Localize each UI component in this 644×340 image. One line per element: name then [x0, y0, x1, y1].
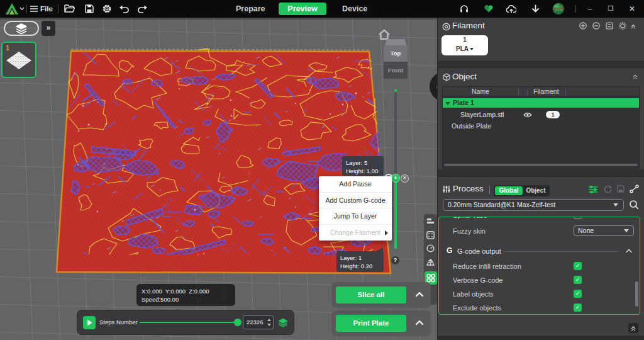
title-bar: File Prepare Preview Device	[0, 0, 644, 18]
gcode-output-group-header[interactable]: G G-code output	[439, 244, 640, 258]
object-collapse-icon[interactable]	[632, 74, 638, 80]
view-cube-front-button[interactable]: Front	[384, 62, 408, 79]
object-row-plate[interactable]: Plate 1	[443, 98, 639, 108]
layer-tooltip-top: Layer: 5Height: 1.00	[342, 156, 384, 176]
filament-header-icons[interactable]	[579, 22, 636, 30]
projector-tool-icon[interactable]	[426, 258, 435, 266]
object-table: Name Filament Plate 1 SlayerLamp.stl 1	[442, 86, 640, 169]
position-tooltip: X:0.000 Y:0.000 Z:0.000 Speed:500.00	[136, 284, 235, 306]
menu-item-add-pause[interactable]: Add Pause	[319, 176, 392, 193]
exclude-objects-checkbox[interactable]: ✓	[574, 303, 582, 312]
steps-slider-track[interactable]	[140, 322, 238, 323]
file-menu[interactable]: File	[40, 0, 53, 18]
column-header-name[interactable]: Name	[443, 87, 518, 96]
spiral-vase-checkbox[interactable]	[574, 217, 582, 219]
object-row-model[interactable]: SlayerLamp.stl 1	[443, 110, 639, 119]
settings-vscrollbar[interactable]	[635, 281, 638, 307]
hamburger-menu-icon[interactable]	[30, 6, 38, 12]
setting-row-verbose-gcode[interactable]: Verbose G-code ✓	[439, 273, 640, 287]
visibility-eye-icon[interactable]	[523, 112, 532, 118]
setting-row-reduce-infill[interactable]: Reduce infill retraction ✓	[439, 259, 640, 273]
layer-view-pill-button[interactable]	[4, 21, 39, 36]
3d-viewport[interactable]: » 1 Top Front ›	[0, 18, 437, 340]
filament-slot-card[interactable]: 1 PLA	[441, 35, 488, 55]
slice-options-chevron[interactable]	[415, 290, 424, 300]
filament-layers-icon[interactable]	[278, 318, 288, 327]
menu-item-add-custom-gcode[interactable]: Add Custom G-code	[319, 193, 392, 209]
steps-value-text: 22326	[247, 316, 263, 329]
cloud-upload-icon[interactable]	[506, 4, 516, 13]
remove-marker-button[interactable]: ✕	[401, 174, 409, 183]
process-preset-dropdown[interactable]: 0.20mm Standard@K1 Max-Zelf-test	[443, 199, 624, 211]
tab-prepare[interactable]: Prepare	[236, 0, 265, 18]
layer-tooltip-bottom: Layer: 1Height: 0.20	[336, 251, 384, 272]
model-filament-badge[interactable]: 1	[546, 111, 560, 118]
logo-dropdown-caret-icon[interactable]	[19, 7, 25, 11]
setting-row-exclude-objects[interactable]: Exclude objects ✓	[439, 301, 640, 315]
toggle-global-active[interactable]: Global	[495, 186, 523, 195]
redo-icon[interactable]	[138, 5, 147, 13]
spinner-up-icon[interactable]	[267, 319, 271, 321]
setting-row-label-objects[interactable]: Label objects ✓	[439, 287, 640, 301]
object-section-title: Object	[452, 72, 477, 81]
layer-context-menu: Add Pause Add Custom G-code Jump To Laye…	[319, 176, 392, 241]
layer-list-tool-icon[interactable]	[426, 218, 435, 226]
setting-row-spiral-vase[interactable]: Spiral vase	[439, 217, 640, 222]
play-button[interactable]	[83, 316, 96, 329]
view-cube-top-button[interactable]: Top	[384, 45, 408, 62]
undo-icon[interactable]	[119, 5, 129, 13]
health-heart-icon[interactable]	[484, 4, 493, 13]
tune-settings-icon[interactable]	[589, 186, 597, 193]
steps-value-input[interactable]: 22326	[243, 315, 274, 329]
steps-slider-handle[interactable]	[234, 319, 242, 326]
sidebar-expand-button[interactable]	[628, 323, 638, 333]
window-minimize-button[interactable]: –	[584, 0, 596, 18]
advanced-wrench-icon[interactable]	[630, 184, 639, 193]
column-header-filament[interactable]: Filament	[527, 87, 565, 96]
plate-thumbnail[interactable]: 1	[1, 42, 36, 78]
verbose-gcode-checkbox[interactable]: ✓	[574, 276, 582, 284]
label-objects-checkbox[interactable]: ✓	[574, 290, 582, 298]
download-icon[interactable]	[531, 4, 540, 13]
search-settings-icon[interactable]	[629, 200, 639, 210]
layer-slider-range[interactable]	[394, 178, 397, 249]
print-plate-button[interactable]: Print Plate	[336, 315, 406, 332]
save-preset-icon[interactable]	[617, 185, 625, 193]
speed-gauge-tool-icon[interactable]	[426, 244, 435, 252]
slice-all-button[interactable]: Slice all	[336, 286, 406, 303]
fuzzy-skin-dropdown[interactable]: None	[574, 225, 634, 236]
reduce-infill-checkbox[interactable]: ✓	[574, 262, 582, 270]
exclude-objects-label: Exclude objects	[453, 301, 501, 315]
help-button[interactable]: ?	[391, 256, 399, 264]
gcode-group-label: G-code output	[457, 244, 501, 258]
expand-plate-list-button[interactable]: »	[42, 21, 55, 36]
toggle-object[interactable]: Object	[523, 185, 549, 196]
open-file-icon[interactable]	[64, 4, 75, 13]
settings-gear-icon[interactable]	[102, 4, 112, 14]
group-collapse-chevron-icon[interactable]	[625, 249, 633, 254]
toolbar-divider	[58, 4, 58, 13]
print-options-chevron[interactable]	[415, 318, 424, 328]
tab-preview-active[interactable]: Preview	[279, 3, 326, 15]
add-pause-handle-button[interactable]: +	[391, 174, 400, 183]
tab-device[interactable]: Device	[342, 0, 367, 18]
user-avatar[interactable]	[552, 3, 565, 15]
app-logo[interactable]	[6, 3, 18, 14]
reset-icon[interactable]	[604, 185, 612, 193]
window-controls-divider	[575, 5, 575, 13]
menu-item-jump-to-layer[interactable]: Jump To Layer	[319, 208, 392, 225]
grid-tool-icon[interactable]	[426, 231, 435, 239]
row-expand-caret-icon[interactable]	[445, 101, 450, 105]
layer-slider-top-cap	[394, 89, 397, 92]
setting-row-fuzzy-skin[interactable]: Fuzzy skin None	[439, 224, 640, 238]
spinner-down-icon[interactable]	[267, 324, 271, 326]
support-headset-icon[interactable]	[460, 4, 469, 13]
home-view-icon[interactable]	[378, 29, 391, 40]
window-restore-button[interactable]: ❐	[604, 0, 617, 18]
menu-item-change-filament[interactable]: Change Filament	[319, 225, 392, 241]
steps-slider-label: Steps Number	[99, 310, 138, 334]
object-table-hscrollbar[interactable]	[444, 164, 638, 166]
save-icon[interactable]	[85, 4, 94, 13]
object-row-outside-plate[interactable]: Outside Plate	[443, 122, 639, 130]
window-close-button[interactable]: ✕	[626, 0, 638, 18]
